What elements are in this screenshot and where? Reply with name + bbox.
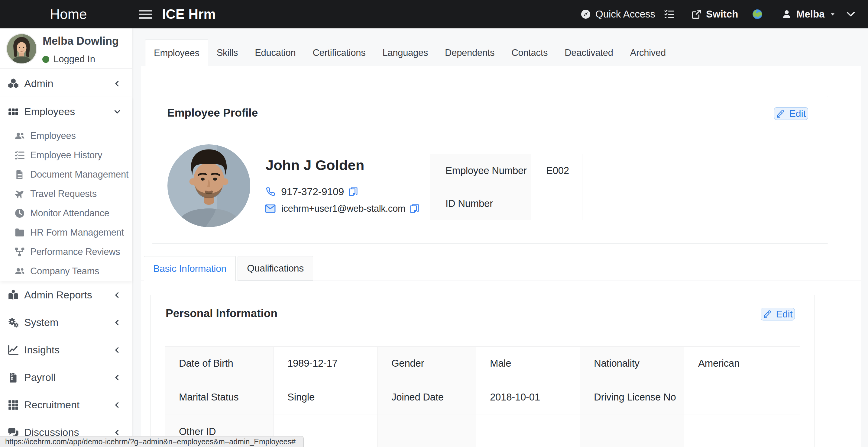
field-label: ID Number — [430, 187, 531, 220]
employee-photo — [167, 145, 250, 227]
employee-email[interactable]: icehrm+user1@web-stalk.com — [281, 203, 405, 214]
switch-button[interactable]: Switch — [691, 0, 738, 28]
field-label: Employee Number — [430, 154, 531, 187]
table-row: ID Number — [430, 187, 582, 220]
personal-information-card: Personal Information Edit — [150, 295, 815, 447]
divider — [0, 68, 132, 69]
tab-contacts[interactable]: Contacts — [503, 39, 556, 66]
hamburger-menu-icon[interactable] — [139, 0, 152, 28]
personal-information-title: Personal Information — [166, 307, 277, 320]
field-label: Date of Birth — [165, 347, 274, 380]
sidebar-item-insights[interactable]: Insights — [0, 337, 132, 363]
chevron-left-icon — [113, 346, 121, 354]
field-value: 1989-12-17 — [274, 347, 377, 380]
sidebar-user-status: Logged In — [42, 54, 95, 65]
tab-employees[interactable]: Employees — [145, 39, 208, 66]
personal-information-header: Personal Information Edit — [151, 295, 814, 332]
field-value — [531, 187, 582, 220]
employee-email-row: icehrm+user1@web-stalk.com — [265, 203, 420, 214]
pencil-icon — [776, 109, 784, 118]
employee-profile-edit-button[interactable]: Edit — [774, 107, 808, 120]
icehrm-app: Home ICE Hrm Quick Access — [0, 0, 868, 447]
tab-archived[interactable]: Archived — [622, 39, 674, 66]
task-list-icon[interactable] — [664, 0, 675, 28]
tab-deactivated[interactable]: Deactivated — [556, 39, 621, 66]
tab-languages[interactable]: Languages — [374, 39, 436, 66]
file-lines-icon — [14, 170, 25, 180]
subtab-basic-information[interactable]: Basic Information — [144, 256, 236, 281]
field-value — [684, 414, 800, 447]
chevron-down-icon[interactable] — [845, 0, 856, 28]
tab-certifications[interactable]: Certifications — [304, 39, 374, 66]
sidebar-user-avatar[interactable] — [7, 34, 36, 63]
copy-phone-icon[interactable] — [348, 187, 358, 197]
field-label: Joined Date — [377, 380, 476, 414]
plane-icon — [14, 188, 25, 200]
chevron-left-icon — [113, 80, 121, 88]
table-row: Employee Number E002 — [430, 154, 582, 187]
sidebar-subitem-performance-reviews[interactable]: Performance Reviews — [0, 242, 132, 261]
topbar: Home ICE Hrm Quick Access — [0, 0, 868, 28]
chevron-left-icon — [113, 401, 121, 409]
sidebar-item-system[interactable]: System — [0, 309, 132, 336]
status-dot — [42, 56, 49, 63]
sidebar-item-recruitment[interactable]: Recruitment — [0, 392, 132, 418]
sidebar-subitem-hr-form-management[interactable]: HR Form Management — [0, 223, 132, 242]
sidebar-item-admin-reports[interactable]: Admin Reports — [0, 282, 132, 308]
switch-icon — [691, 9, 702, 19]
chevron-left-icon — [113, 374, 121, 381]
cubes-icon — [7, 77, 19, 90]
compass-icon — [580, 9, 591, 20]
subtab-qualifications[interactable]: Qualifications — [238, 256, 313, 281]
tab-dependents[interactable]: Dependents — [436, 39, 503, 66]
caret-down-icon — [829, 11, 836, 18]
chart-line-icon — [7, 344, 19, 356]
tab-skills[interactable]: Skills — [208, 39, 247, 66]
field-value: 2018-10-01 — [476, 380, 580, 414]
employee-id-table: Employee Number E002 ID Number — [430, 154, 582, 220]
book-reader-icon — [7, 289, 19, 301]
quick-access-button[interactable]: Quick Access — [580, 0, 655, 28]
field-value: Single — [274, 380, 377, 414]
app-title: ICE Hrm — [162, 0, 216, 28]
field-label: Gender — [377, 347, 476, 380]
field-label: Marital Status — [165, 380, 274, 414]
envelope-icon — [265, 203, 276, 214]
sidebar-user-name: Melba Dowling — [42, 35, 119, 47]
field-label — [377, 414, 476, 447]
sidebar-subitem-company-teams[interactable]: Company Teams — [0, 261, 132, 281]
gears-icon — [7, 316, 19, 329]
sidebar-subitem-travel-requests[interactable]: Travel Requests — [0, 184, 132, 203]
sidebar-subitem-employees[interactable]: Employees — [0, 126, 132, 146]
personal-information-edit-button[interactable]: Edit — [761, 308, 795, 320]
tab-education[interactable]: Education — [246, 39, 304, 66]
sidebar-item-payroll[interactable]: Payroll — [0, 364, 132, 390]
sidebar-subitem-employee-history[interactable]: Employee History — [0, 146, 132, 165]
field-label: Nationality — [580, 347, 684, 380]
copy-email-icon[interactable] — [409, 203, 420, 214]
sidebar-item-employees[interactable]: Employees — [0, 97, 132, 126]
sidebar: Melba Dowling Logged In Admin — [0, 28, 132, 447]
employee-phone[interactable]: 917-372-9109 — [281, 186, 344, 197]
globe-icon[interactable] — [752, 0, 763, 28]
field-value: Male — [476, 347, 580, 380]
field-value: E002 — [531, 154, 582, 187]
chevron-down-icon — [113, 108, 121, 116]
sidebar-subitem-monitor-attendance[interactable]: Monitor Attendance — [0, 203, 132, 223]
field-value — [684, 380, 800, 414]
sidebar-group-employees: Employees Employees — [0, 97, 132, 281]
users-icon — [14, 266, 25, 277]
diagram-icon — [14, 247, 25, 257]
field-label — [580, 414, 684, 447]
employee-profile-header: Employee Profile Edit — [152, 96, 828, 130]
field-value — [476, 414, 580, 447]
home-link[interactable]: Home — [50, 0, 87, 28]
users-icon — [14, 130, 25, 141]
sidebar-item-admin[interactable]: Admin — [0, 70, 132, 97]
chevron-left-icon — [113, 291, 121, 299]
employee-profile-title: Employee Profile — [167, 107, 258, 119]
list-check-icon — [14, 150, 25, 161]
user-menu[interactable]: Melba — [781, 0, 836, 28]
personal-information-table: Date of Birth 1989-12-17 Gender Male Nat… — [165, 346, 800, 447]
sidebar-subitem-document-management[interactable]: Document Management — [0, 165, 132, 184]
